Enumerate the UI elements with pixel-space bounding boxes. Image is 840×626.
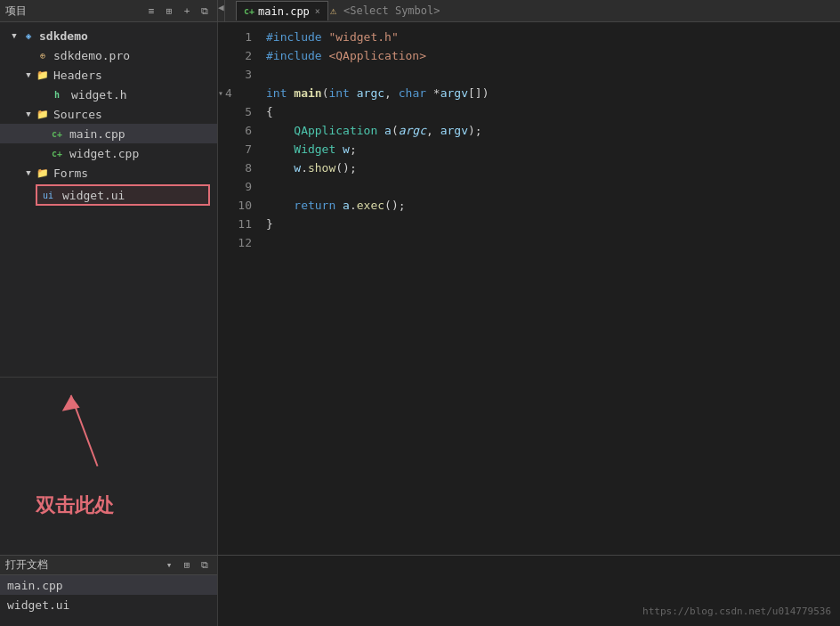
arrow-sdkdemo [7,28,21,43]
icon-sources-folder: 📁 [36,107,50,121]
tree-item-headers[interactable]: 📁 Headers [0,65,217,85]
nav-arrow-left[interactable]: ◀ [218,0,225,21]
label-headers: Headers [53,69,102,82]
icon-headers-folder: 📁 [36,68,50,82]
line-num-11: 11 [218,215,252,233]
label-forms: Forms [53,167,88,180]
tree-item-widget-cpp[interactable]: c+ widget.cpp [0,143,217,163]
open-docs-header: 打开文档 ▾ ⊞ ⧉ [0,556,217,575]
code-line-8: w.show(); [266,159,840,177]
line-num-7: 7 [218,140,252,159]
project-label: 项目 [5,4,27,19]
line-num-2: 2 [218,46,252,65]
line-num-1: 1 [218,28,252,46]
tab-filename: main.cpp [258,5,310,18]
tree-item-widget-ui[interactable]: ui widget.ui [36,184,210,206]
line-num-12: 12 [218,233,252,252]
add-icon[interactable]: + [180,4,194,18]
tab-close-icon[interactable]: × [315,6,320,16]
top-bar: 项目 ≡ ⊞ + ⧉ ◀ c+ main.cpp × ⚠ <Select Sym… [0,0,840,22]
open-docs-file-list: main.cpp widget.ui [0,575,217,626]
line-num-6: 6 [218,121,252,140]
window-icon[interactable]: ⧉ [198,4,212,18]
open-doc-main-cpp-label: main.cpp [7,579,63,592]
code-line-4: int main(int argc, char *argv[]) [266,84,840,102]
tree-item-forms[interactable]: 📁 Forms [0,163,217,183]
icon-h: h [50,87,64,102]
icon-pro: ⊕ [36,48,50,62]
annotation-arrow-svg [0,378,217,555]
code-line-7: Widget w; [266,140,840,159]
main-layout: ◈ sdkdemo ⊕ sdkdemo.pro 📁 Headers h widg… [0,22,840,555]
sidebar: ◈ sdkdemo ⊕ sdkdemo.pro 📁 Headers h widg… [0,22,218,555]
label-sdkdemo: sdkdemo [39,29,88,43]
line-num-5: 5 [218,102,252,121]
arrow-forms [21,166,36,180]
icon-widget-cpp: c+ [50,146,64,160]
label-sdkdemo-pro: sdkdemo.pro [53,49,130,62]
annotation-area: 双击此处 [0,377,217,555]
open-docs-title: 打开文档 [5,557,48,573]
open-doc-main-cpp[interactable]: main.cpp [0,575,217,595]
open-docs-panel: 打开文档 ▾ ⊞ ⧉ main.cpp widget.ui [0,556,218,626]
tree-item-main-cpp[interactable]: c+ main.cpp [0,124,217,143]
line-num-4: ▾4 [218,84,252,102]
line-num-10: 10 [218,196,252,215]
label-sources: Sources [53,108,102,121]
code-editor[interactable]: #include "widget.h" #include <QApplicati… [262,22,840,555]
open-docs-icon-1[interactable]: ▾ [162,558,176,573]
open-doc-widget-ui-label: widget.ui [7,598,69,612]
tab-main-cpp[interactable]: c+ main.cpp × [236,1,328,20]
line-num-8: 8 [218,159,252,177]
project-panel-header: 项目 ≡ ⊞ + ⧉ [0,0,218,21]
icon-project: ◈ [21,28,36,43]
select-symbol[interactable]: <Select Symbol> [338,4,445,17]
icon-main-cpp: c+ [50,126,64,141]
arrow-sources [21,107,36,121]
project-tree: ◈ sdkdemo ⊕ sdkdemo.pro 📁 Headers h widg… [0,22,217,377]
link-icon[interactable]: ⊞ [162,4,176,18]
open-docs-icons: ▾ ⊞ ⧉ [162,558,212,573]
code-line-5: { [266,102,840,121]
label-widget-ui: widget.ui [62,189,125,202]
fold-arrow-4[interactable]: ▾ [218,84,223,102]
icon-forms-folder: 📁 [36,166,50,180]
code-line-3 [266,65,840,84]
open-docs-icon-2[interactable]: ⊞ [180,558,194,573]
line-numbers: 1 2 3 ▾4 5 6 7 8 9 10 11 12 [218,22,262,555]
svg-line-0 [71,395,98,467]
editor-area: 1 2 3 ▾4 5 6 7 8 9 10 11 12 #include "wi… [218,22,840,555]
tree-item-sdkdemo[interactable]: ◈ sdkdemo [0,26,217,45]
line-num-9: 9 [218,177,252,196]
svg-marker-1 [62,395,80,411]
open-doc-widget-ui[interactable]: widget.ui [0,595,217,614]
code-line-9 [266,177,840,196]
tree-item-sources[interactable]: 📁 Sources [0,104,217,124]
code-line-6: QApplication a(argc, argv); [266,121,840,140]
annotation-text: 双击此处 [36,492,114,519]
project-toolbar: ≡ ⊞ + ⧉ [144,4,212,18]
line-num-3: 3 [218,65,252,84]
arrow-headers [21,68,36,82]
editor-bottom-space [218,556,840,626]
warning-icon: ⚠ [330,4,336,17]
code-line-12 [266,233,840,252]
code-line-10: return a.exec(); [266,196,840,215]
code-line-1: #include "widget.h" [266,28,840,46]
widget-ui-container: ui widget.ui [36,184,210,206]
tab-file-icon: c+ [244,6,254,16]
editor-content: 1 2 3 ▾4 5 6 7 8 9 10 11 12 #include "wi… [218,22,840,555]
code-line-11: } [266,215,840,233]
code-line-2: #include <QApplication> [266,46,840,65]
label-widget-cpp: widget.cpp [69,147,139,160]
bottom-section: 打开文档 ▾ ⊞ ⧉ main.cpp widget.ui [0,555,840,626]
label-widget-h: widget.h [71,88,127,102]
filter-icon[interactable]: ≡ [144,4,158,18]
tree-item-sdkdemo-pro[interactable]: ⊕ sdkdemo.pro [0,45,217,65]
icon-widget-ui: ui [41,188,55,202]
tree-item-widget-h[interactable]: h widget.h [0,85,217,104]
open-docs-icon-3[interactable]: ⧉ [198,558,212,573]
label-main-cpp: main.cpp [69,127,125,141]
tab-bar: c+ main.cpp × ⚠ <Select Symbol> [232,1,840,20]
